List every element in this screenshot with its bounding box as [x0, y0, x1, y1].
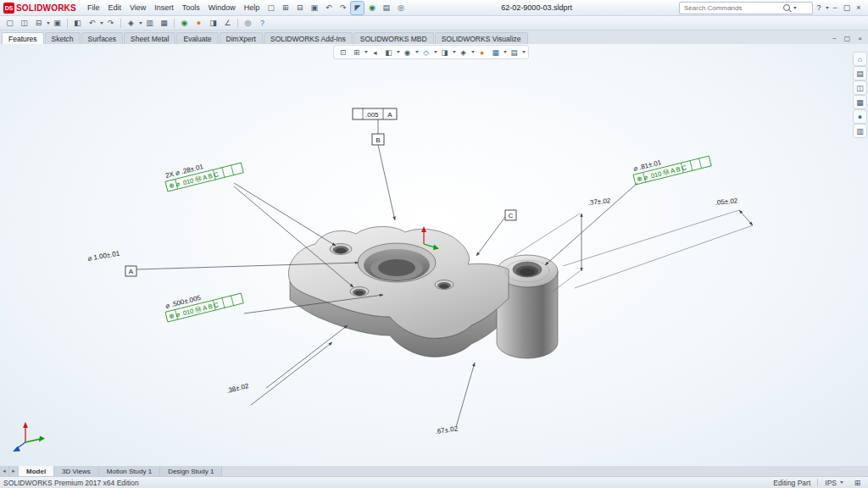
help-icon[interactable]: ?	[256, 17, 269, 30]
view-orientation-dropdown-icon[interactable]	[434, 51, 437, 53]
search-input[interactable]	[682, 3, 781, 13]
view-settings-icon[interactable]: ▤	[509, 47, 520, 58]
tab-scroll-left-icon[interactable]: ◂	[0, 466, 9, 476]
dynamic-annotation-views-icon[interactable]: ◉	[402, 47, 413, 58]
menu-edit[interactable]: Edit	[103, 3, 125, 12]
dim-05[interactable]: .05±.02	[563, 197, 753, 288]
open-icon[interactable]: ⊞	[279, 2, 292, 14]
datum-c[interactable]: C	[476, 210, 516, 256]
search-icon[interactable]	[783, 4, 790, 11]
edit-color-icon[interactable]: ●	[192, 17, 205, 30]
hole-counterbore[interactable]	[350, 287, 369, 297]
tab-evaluate[interactable]: Evaluate	[176, 32, 218, 44]
callout-right[interactable]: ⌀ .81±.01 ⊕ ⌀ .010 Ⓜ A B C	[545, 147, 711, 265]
tab-model[interactable]: Model	[19, 466, 54, 476]
section-dropdown-icon[interactable]	[397, 51, 400, 53]
doc-restore-icon[interactable]: ▢	[842, 33, 853, 44]
hole-top-left[interactable]	[330, 244, 352, 255]
undo-icon[interactable]: ↶	[322, 2, 335, 14]
tab-design-study-1[interactable]: Design Study 1	[160, 466, 222, 476]
select-tool-icon[interactable]: ◤	[351, 2, 364, 14]
close-button[interactable]: ×	[853, 2, 865, 14]
print-document-icon[interactable]: ▣	[51, 17, 64, 30]
doc-minimize-icon[interactable]: −	[829, 33, 840, 44]
tab-scroll-right-icon[interactable]: ▸	[9, 466, 19, 476]
tab-motion-study-1[interactable]: Motion Study 1	[99, 466, 160, 476]
dim-38[interactable]: .38±.02	[225, 325, 348, 405]
main-bore[interactable]	[358, 243, 436, 282]
menu-tools[interactable]: Tools	[178, 3, 204, 12]
hide-show-dropdown-icon[interactable]	[471, 51, 475, 53]
view-settings-dropdown-icon[interactable]	[522, 51, 526, 53]
print-preview-icon[interactable]: ◧	[71, 17, 84, 30]
tab-3d-views[interactable]: 3D Views	[54, 466, 99, 476]
help-button[interactable]: ?	[813, 2, 825, 14]
apply-scene-icon[interactable]: ▦	[490, 47, 501, 58]
model-view[interactable]: .005 A B 2X ⌀ .28±.01 ⊕ ⌀ .010 Ⓜ A B C	[0, 44, 868, 466]
graphics-area[interactable]: .005 A B 2X ⌀ .28±.01 ⊕ ⌀ .010 Ⓜ A B C	[0, 44, 868, 466]
edit-appearance-icon[interactable]: ●	[476, 47, 487, 58]
solidworks-resources-icon[interactable]: ⌂	[854, 53, 866, 65]
tab-solidworks-mbd[interactable]: SOLIDWORKS MBD	[353, 32, 434, 44]
design-library-icon[interactable]: ▤	[854, 67, 866, 80]
rebuild-icon[interactable]: ◉	[178, 17, 191, 30]
fcf-parallelism[interactable]: .005 A B	[353, 108, 397, 220]
display-style-icon[interactable]: ◨	[439, 47, 450, 58]
tab-dimxpert[interactable]: DimXpert	[220, 32, 263, 44]
paste-icon[interactable]: ▦	[158, 17, 170, 30]
file-properties-icon[interactable]: ▤	[380, 2, 392, 14]
tab-solidworks-visualize[interactable]: SOLIDWORKS Visualize	[435, 32, 528, 44]
rebuild-icon[interactable]: ◉	[365, 2, 378, 14]
copy-icon[interactable]: ▥	[143, 17, 156, 30]
minimize-button[interactable]: −	[829, 2, 841, 14]
redo-icon[interactable]: ↷	[337, 2, 349, 14]
tab-surfaces[interactable]: Surfaces	[81, 32, 124, 44]
redo-icon[interactable]: ↷	[104, 17, 117, 30]
file-explorer-icon[interactable]: ◫	[854, 81, 866, 94]
custom-properties-icon[interactable]: ▥	[854, 125, 866, 137]
menu-file[interactable]: File	[83, 3, 104, 12]
save-icon[interactable]: ⊟	[293, 2, 306, 14]
previous-view-icon[interactable]: ◂	[370, 47, 381, 58]
selection-filter-icon[interactable]: ◈	[125, 17, 137, 30]
zoom-dropdown-icon[interactable]	[364, 51, 368, 53]
save-dropdown-icon[interactable]	[47, 22, 50, 25]
zoom-area-icon[interactable]: ⊞	[351, 47, 362, 58]
undo-dropdown-icon[interactable]	[100, 22, 103, 25]
print-icon[interactable]: ▣	[308, 2, 320, 14]
tab-solidworks-add-ins[interactable]: SOLIDWORKS Add-Ins	[264, 32, 353, 44]
menu-view[interactable]: View	[125, 3, 150, 12]
status-customize-icon[interactable]: ⊞	[851, 476, 864, 488]
display-style-dropdown-icon[interactable]	[453, 51, 456, 53]
hide-show-items-icon[interactable]: ◈	[458, 47, 469, 58]
view-orientation-icon[interactable]: ◇	[420, 47, 431, 58]
options-icon[interactable]: ◎	[242, 17, 254, 30]
search-dropdown-icon[interactable]	[793, 7, 797, 9]
options-icon[interactable]: ◎	[394, 2, 407, 14]
dim-67[interactable]: .67±.02	[435, 363, 475, 435]
new-document-icon[interactable]: ▢	[3, 17, 16, 30]
new-icon[interactable]: ▢	[264, 2, 277, 14]
part-model[interactable]	[288, 226, 558, 358]
search-commands-box[interactable]	[679, 2, 813, 14]
apply-scene-dropdown-icon[interactable]	[504, 51, 507, 53]
menu-insert[interactable]: Insert	[150, 3, 178, 12]
tab-sketch[interactable]: Sketch	[45, 32, 81, 44]
selection-filter-dropdown-icon[interactable]	[139, 22, 142, 25]
appearances-scenes-icon[interactable]: ●	[854, 110, 866, 123]
doc-close-icon[interactable]: ×	[854, 33, 865, 44]
annotation-views-dropdown-icon[interactable]	[415, 51, 419, 53]
undo-icon[interactable]: ↶	[86, 17, 98, 30]
tab-sheet-metal[interactable]: Sheet Metal	[124, 32, 175, 44]
section-view-icon[interactable]: ◧	[383, 47, 394, 58]
view-palette-icon[interactable]: ▦	[854, 96, 866, 108]
units-dropdown-icon[interactable]	[840, 481, 843, 484]
open-document-icon[interactable]: ◫	[18, 17, 31, 30]
menu-help[interactable]: Help	[240, 3, 264, 12]
menu-window[interactable]: Window	[204, 3, 240, 12]
measure-icon[interactable]: ∠	[221, 17, 234, 30]
save-document-icon[interactable]: ⊟	[32, 17, 45, 30]
zoom-fit-icon[interactable]: ⊡	[337, 47, 348, 58]
tab-features[interactable]: Features	[2, 32, 44, 44]
section-view-icon[interactable]: ◨	[207, 17, 220, 30]
